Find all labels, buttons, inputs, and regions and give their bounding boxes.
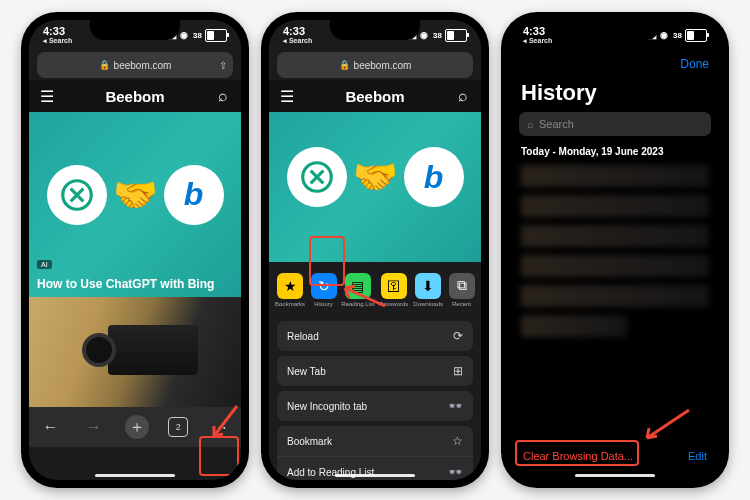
back-button[interactable]: ← — [39, 415, 63, 439]
tool-bookmarks[interactable]: ★ Bookmarks — [275, 273, 305, 307]
site-header: ☰ Beebom ⌕ — [269, 80, 481, 112]
gpu-graphic — [108, 325, 198, 375]
status-back-app[interactable]: ◂ Search — [283, 37, 312, 44]
tabs-button[interactable]: 2 — [168, 417, 188, 437]
battery-icon — [445, 29, 467, 42]
history-icon: ↻ — [311, 273, 337, 299]
search-icon[interactable]: ⌕ — [455, 87, 471, 105]
battery-percent: 38 — [433, 31, 442, 40]
status-time: 4:33 — [43, 26, 72, 37]
screen-2: 4:33 ◂ Search ▮▮▮▮ ◉ 38 🔒 beebom.com ☰ B… — [269, 20, 481, 480]
download-icon: ⬇ — [415, 273, 441, 299]
tool-history[interactable]: ↻ History — [310, 273, 337, 307]
screen-3: 4:33 ◂ Search ▮▮▮▮ ◉ 38 Done History ⌕ S… — [509, 20, 721, 480]
search-icon[interactable]: ⌕ — [215, 87, 231, 105]
notch — [570, 20, 660, 40]
site-title: Beebom — [105, 88, 164, 105]
history-entry[interactable] — [521, 315, 627, 337]
edit-button[interactable]: Edit — [688, 450, 707, 462]
phone-frame-1: 4:33 ◂ Search ▮▮▮▮ ◉ 38 🔒 beebom.com ⇪ ☰… — [21, 12, 249, 488]
battery-icon — [685, 29, 707, 42]
site-title: Beebom — [345, 88, 404, 105]
url-bar[interactable]: 🔒 beebom.com — [277, 52, 473, 78]
hero-article: 🤝 b — [269, 112, 481, 262]
history-entry[interactable] — [521, 255, 709, 277]
tool-reading-list[interactable]: ▤ Reading List — [342, 273, 374, 307]
tool-passwords[interactable]: ⚿ Passwords — [379, 273, 408, 307]
done-row: Done — [509, 50, 721, 78]
battery-percent: 38 — [673, 31, 682, 40]
bing-logo-icon: b — [164, 165, 224, 225]
incognito-icon: 👓 — [448, 399, 463, 413]
hero-article[interactable]: 🤝 b AI How to Use ChatGPT with Bing — [29, 112, 241, 297]
history-section-label: Today - Monday, 19 June 2023 — [509, 144, 721, 161]
menu-new-tab[interactable]: New Tab ⊞ — [277, 356, 473, 386]
menu-button[interactable]: ⋯ — [207, 415, 231, 439]
home-indicator[interactable] — [575, 474, 655, 477]
history-title: History — [509, 78, 721, 112]
done-button[interactable]: Done — [680, 57, 709, 71]
status-time: 4:33 — [523, 26, 552, 37]
handshake-icon: 🤝 — [113, 174, 158, 216]
site-header: ☰ Beebom ⌕ — [29, 80, 241, 112]
forward-button[interactable]: → — [82, 415, 106, 439]
ai-badge: AI — [37, 260, 52, 269]
handshake-icon: 🤝 — [353, 156, 398, 198]
status-back-app[interactable]: ◂ Search — [523, 37, 552, 44]
notch — [330, 20, 420, 40]
screen-1: 4:33 ◂ Search ▮▮▮▮ ◉ 38 🔒 beebom.com ⇪ ☰… — [29, 20, 241, 480]
menu-sheet: Reload ⟳ New Tab ⊞ New Incognito tab 👓 B… — [269, 317, 481, 480]
battery-percent: 38 — [193, 31, 202, 40]
phone-frame-2: 4:33 ◂ Search ▮▮▮▮ ◉ 38 🔒 beebom.com ☰ B… — [261, 12, 489, 488]
star-outline-icon: ☆ — [452, 434, 463, 448]
tool-recent[interactable]: ⧉ Recent — [448, 273, 475, 307]
phone-frame-3: 4:33 ◂ Search ▮▮▮▮ ◉ 38 Done History ⌕ S… — [501, 12, 729, 488]
hamburger-icon[interactable]: ☰ — [39, 87, 55, 106]
search-placeholder: Search — [539, 118, 574, 130]
battery-icon — [205, 29, 227, 42]
menu-bookmark[interactable]: Bookmark ☆ — [277, 426, 473, 457]
home-indicator[interactable] — [335, 474, 415, 477]
lock-icon: 🔒 — [339, 60, 350, 70]
hamburger-icon[interactable]: ☰ — [279, 87, 295, 106]
chatgpt-logo-icon — [287, 147, 347, 207]
url-domain: beebom.com — [354, 60, 412, 71]
chatgpt-logo-icon — [47, 165, 107, 225]
annotation-arrow — [641, 408, 691, 444]
key-icon: ⚿ — [381, 273, 407, 299]
history-entry[interactable] — [521, 285, 709, 307]
share-icon[interactable]: ⇪ — [219, 60, 227, 71]
history-entry[interactable] — [521, 225, 709, 247]
status-back-app[interactable]: ◂ Search — [43, 37, 72, 44]
tool-row: ★ Bookmarks ↻ History ▤ Reading List ⚿ P… — [269, 262, 481, 317]
wifi-icon: ◉ — [180, 30, 188, 40]
bing-logo-icon: b — [404, 147, 464, 207]
url-bar[interactable]: 🔒 beebom.com ⇪ — [37, 52, 233, 78]
home-indicator[interactable] — [95, 474, 175, 477]
new-tab-button[interactable]: ＋ — [125, 415, 149, 439]
notch — [90, 20, 180, 40]
wifi-icon: ◉ — [660, 30, 668, 40]
clear-browsing-data-button[interactable]: Clear Browsing Data... — [523, 450, 633, 462]
recent-icon: ⧉ — [449, 273, 475, 299]
status-time: 4:33 — [283, 26, 312, 37]
url-domain: beebom.com — [114, 60, 172, 71]
hero-caption: How to Use ChatGPT with Bing — [37, 277, 233, 291]
history-entry[interactable] — [521, 195, 709, 217]
menu-incognito[interactable]: New Incognito tab 👓 — [277, 391, 473, 421]
magnifier-icon: ⌕ — [527, 118, 534, 130]
history-bottom-bar: Clear Browsing Data... Edit — [509, 442, 721, 472]
wifi-icon: ◉ — [420, 30, 428, 40]
browser-bottom-nav: ← → ＋ 2 ⋯ — [29, 407, 241, 447]
lock-icon: 🔒 — [99, 60, 110, 70]
glasses-icon: 👓 — [448, 465, 463, 479]
history-search-input[interactable]: ⌕ Search — [519, 112, 711, 136]
reading-list-icon: ▤ — [345, 273, 371, 299]
tool-downloads[interactable]: ⬇ Downloads — [413, 273, 443, 307]
star-icon: ★ — [277, 273, 303, 299]
menu-reload[interactable]: Reload ⟳ — [277, 321, 473, 351]
reload-icon: ⟳ — [453, 329, 463, 343]
article-thumbnail[interactable] — [29, 297, 241, 407]
history-entry[interactable] — [521, 165, 709, 187]
plus-square-icon: ⊞ — [453, 364, 463, 378]
